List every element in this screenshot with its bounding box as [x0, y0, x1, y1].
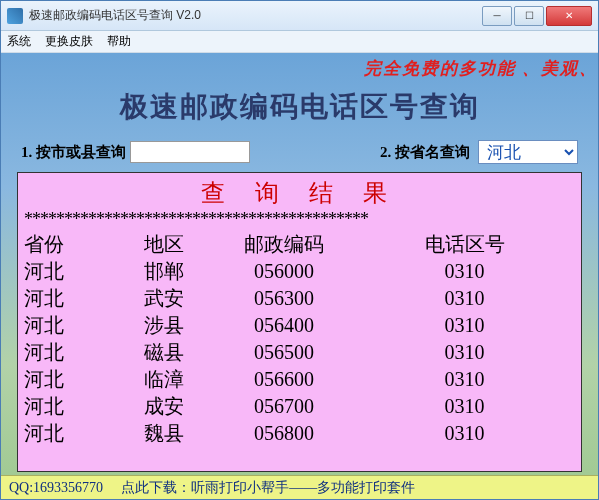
menu-help[interactable]: 帮助 [107, 33, 131, 50]
search-by-city-label: 1. 按市或县查询 [21, 143, 126, 162]
table-row: 河北魏县0568000310 [24, 420, 575, 447]
table-header-row: 省份 地区 邮政编码 电话区号 [24, 231, 575, 258]
client-area: 完全免费的多功能 、美观、 极速邮政编码电话区号查询 1. 按市或县查询 2. … [1, 53, 598, 499]
menu-skin[interactable]: 更换皮肤 [45, 33, 93, 50]
col-areacode: 电话区号 [354, 231, 575, 258]
province-select[interactable]: 河北 [478, 140, 578, 164]
results-panel: 查 询 结 果 ********************************… [17, 172, 582, 472]
window-controls: ─ ☐ ✕ [482, 6, 592, 26]
col-postal: 邮政编码 [214, 231, 354, 258]
maximize-button[interactable]: ☐ [514, 6, 544, 26]
col-area: 地区 [114, 231, 214, 258]
table-row: 河北武安0563000310 [24, 285, 575, 312]
qq-contact: QQ:1693356770 [9, 480, 103, 496]
close-button[interactable]: ✕ [546, 6, 592, 26]
table-row: 河北磁县0565000310 [24, 339, 575, 366]
menu-system[interactable]: 系统 [7, 33, 31, 50]
footer-bar: QQ:1693356770 点此下载： 听雨打印小帮手——多功能打印套件 [1, 475, 598, 499]
search-row: 1. 按市或县查询 2. 按省名查询 河北 [1, 140, 598, 164]
minimize-button[interactable]: ─ [482, 6, 512, 26]
download-label: 点此下载： [121, 479, 191, 497]
city-search-input[interactable] [130, 141, 250, 163]
download-link[interactable]: 听雨打印小帮手——多功能打印套件 [191, 479, 415, 497]
page-title: 极速邮政编码电话区号查询 [1, 88, 598, 126]
results-title: 查 询 结 果 [24, 177, 575, 209]
divider-stars: ****************************************… [24, 209, 575, 231]
table-row: 河北涉县0564000310 [24, 312, 575, 339]
app-window: 极速邮政编码电话区号查询 V2.0 ─ ☐ ✕ 系统 更换皮肤 帮助 完全免费的… [0, 0, 599, 500]
col-province: 省份 [24, 231, 114, 258]
table-row: 河北邯郸0560000310 [24, 258, 575, 285]
table-row: 河北成安0567000310 [24, 393, 575, 420]
window-title: 极速邮政编码电话区号查询 V2.0 [29, 7, 482, 24]
table-row: 河北临漳0566000310 [24, 366, 575, 393]
results-table: 省份 地区 邮政编码 电话区号 河北邯郸0560000310 河北武安05630… [24, 231, 575, 447]
search-by-province-label: 2. 按省名查询 [380, 143, 470, 162]
menubar: 系统 更换皮肤 帮助 [1, 31, 598, 53]
banner-text: 完全免费的多功能 、美观、 [1, 53, 598, 80]
titlebar: 极速邮政编码电话区号查询 V2.0 ─ ☐ ✕ [1, 1, 598, 31]
app-icon [7, 8, 23, 24]
